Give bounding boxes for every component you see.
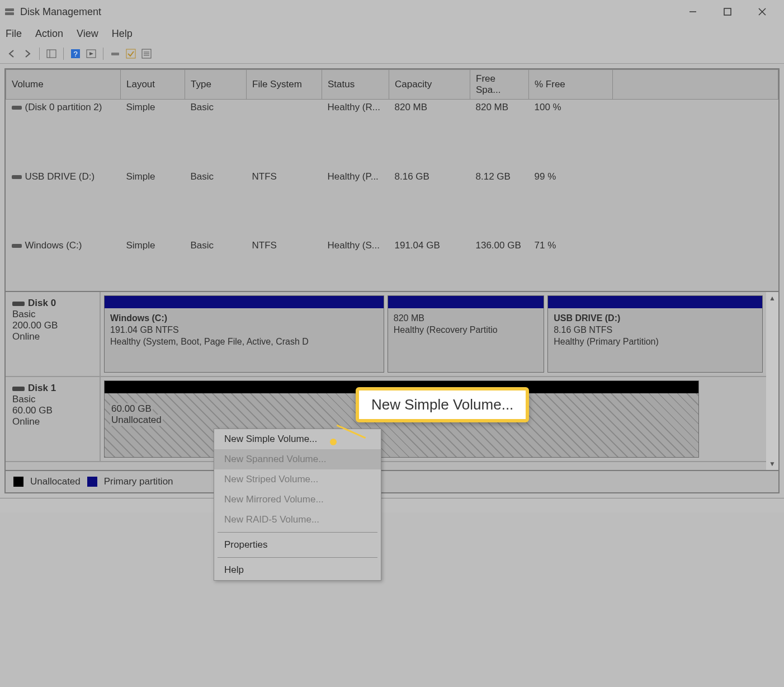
drive-icon [12,175,22,179]
panel-icon[interactable] [45,48,58,60]
app-icon [4,7,15,17]
callout-text: New Simple Volume... [371,396,513,413]
disk-info[interactable]: Disk 0 Basic 200.00 GB Online [6,292,101,376]
toolbar-separator [63,48,64,60]
menu-new-striped-volume[interactable]: New Striped Volume... [214,469,381,490]
vol-type: Basic [185,238,247,291]
menu-separator [218,532,377,533]
svg-rect-13 [126,49,135,58]
minimize-button[interactable] [676,0,710,23]
menu-action[interactable]: Action [35,28,63,40]
main-container: Volume Layout Type File System Status Ca… [4,68,780,493]
vol-type: Basic [185,100,247,170]
scroll-up-icon[interactable]: ▲ [769,294,776,302]
table-row[interactable]: Windows (C:) Simple Basic NTFS Healthy (… [6,238,778,291]
toolbar: ? [0,44,784,64]
menu-new-simple-volume[interactable]: New Simple Volume... [214,429,381,449]
callout-annotation: New Simple Volume... [356,387,529,422]
vol-capacity: 191.04 GB [389,238,470,291]
partition[interactable]: 820 MB Healthy (Recovery Partitio [388,295,544,373]
disk-name: Disk 0 [28,298,56,308]
menu-file[interactable]: File [6,28,22,40]
toolbar-separator [103,48,103,60]
disk-size: 200.00 GB [12,320,93,331]
window-title: Disk Management [20,6,676,18]
table-row[interactable]: USB DRIVE (D:) Simple Basic NTFS Healthy… [6,169,778,238]
disk-info[interactable]: Disk 1 Basic 60.00 GB Online [6,377,101,461]
context-menu: New Simple Volume... New Spanned Volume.… [214,429,381,581]
menu-help[interactable]: Help [112,28,133,40]
disk-partitions: Windows (C:) 191.04 GB NTFS Healthy (Sys… [101,292,766,376]
vol-name: Windows (C:) [25,240,82,251]
menu-properties[interactable]: Properties [214,535,381,555]
disk-icon [12,387,25,391]
partition-bar [105,296,384,308]
menu-new-raid5-volume[interactable]: New RAID-5 Volume... [214,510,381,530]
partition-name: USB DRIVE (D:) [554,313,757,324]
unalloc-label: Unallocated [110,415,163,426]
callout-dot [330,439,337,445]
partition-health: Healthy (System, Boot, Page File, Active… [110,336,378,348]
partition-sub: 820 MB [394,313,538,324]
unalloc-size: 60.00 GB [110,403,153,415]
table-row[interactable]: (Disk 0 partition 2) Simple Basic Health… [6,100,778,170]
disk-state: Online [12,331,93,342]
vol-free: 8.12 GB [470,169,529,238]
menu-view[interactable]: View [77,28,98,40]
menu-help[interactable]: Help [214,560,381,580]
volume-list-pane: Volume Layout Type File System Status Ca… [6,69,778,291]
maximize-button[interactable] [710,0,745,23]
close-button[interactable] [745,0,780,23]
scroll-down-icon[interactable]: ▼ [769,460,776,468]
col-spare [613,70,778,100]
col-free[interactable]: Free Spa... [470,70,529,100]
partition-bar [548,296,762,308]
list-icon[interactable] [140,48,153,60]
refresh-icon[interactable] [109,48,121,60]
svg-rect-1 [5,12,14,15]
menu-separator [218,557,377,558]
col-pct[interactable]: % Free [529,70,613,100]
vol-layout: Simple [121,169,185,238]
partition-sub: 191.04 GB NTFS [110,324,378,336]
volume-table-header: Volume Layout Type File System Status Ca… [6,70,778,100]
window-controls [676,0,780,23]
vol-fs [247,100,322,170]
col-layout[interactable]: Layout [121,70,185,100]
vol-capacity: 8.16 GB [389,169,470,238]
partition[interactable]: Windows (C:) 191.04 GB NTFS Healthy (Sys… [104,295,384,373]
col-filesystem[interactable]: File System [247,70,322,100]
col-capacity[interactable]: Capacity [389,70,470,100]
toolbar-separator [39,48,40,60]
svg-rect-3 [724,8,731,15]
menu-new-mirrored-volume[interactable]: New Mirrored Volume... [214,490,381,510]
disk-type: Basic [12,394,93,405]
vol-pct: 100 % [529,100,613,170]
vol-name: USB DRIVE (D:) [25,171,95,182]
statusbar [0,498,784,512]
check-icon[interactable] [125,48,137,60]
titlebar: Disk Management [0,0,784,23]
svg-marker-11 [89,52,93,55]
menu-new-spanned-volume[interactable]: New Spanned Volume... [214,449,381,469]
vol-free: 136.00 GB [470,238,529,291]
forward-icon[interactable] [21,48,34,60]
vol-name: (Disk 0 partition 2) [25,102,102,112]
vol-capacity: 820 MB [389,100,470,170]
partition[interactable]: USB DRIVE (D:) 8.16 GB NTFS Healthy (Pri… [547,295,763,373]
col-status[interactable]: Status [322,70,389,100]
view-icon[interactable] [85,48,97,60]
help-icon[interactable]: ? [69,48,82,60]
vol-free: 820 MB [470,100,529,170]
vol-type: Basic [185,169,247,238]
partition-sub: 8.16 GB NTFS [554,324,757,336]
col-type[interactable]: Type [185,70,247,100]
col-volume[interactable]: Volume [6,70,121,100]
vol-status: Healthy (R... [322,100,389,170]
scrollbar-vertical[interactable]: ▲ ▼ [766,292,778,470]
svg-rect-12 [111,53,119,55]
partition-name: Windows (C:) [110,313,378,324]
drive-icon [12,106,22,110]
legend-swatch-unallocated [13,477,23,487]
back-icon[interactable] [6,48,18,60]
